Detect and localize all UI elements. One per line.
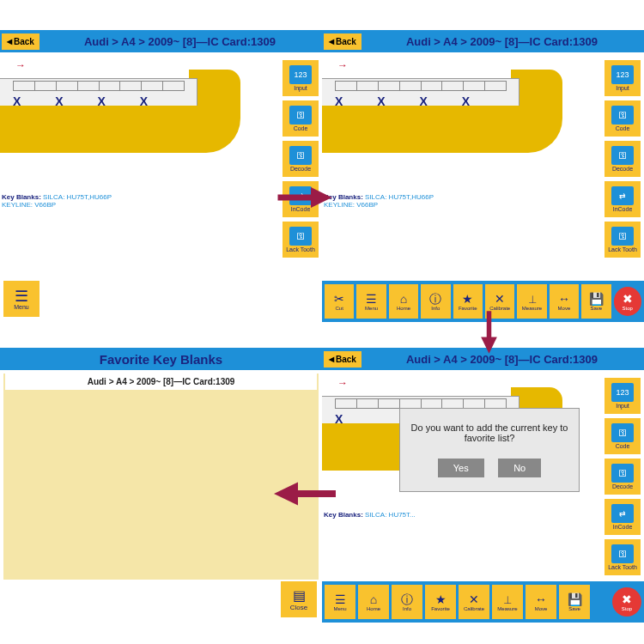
save-button[interactable]: 💾Save bbox=[581, 284, 611, 319]
input-button[interactable]: 123Input bbox=[605, 378, 641, 414]
list-item[interactable]: Audi > A4 > 2009~ [8]—IC Card:1309 bbox=[5, 374, 317, 390]
save-button[interactable]: 💾Save bbox=[559, 585, 590, 619]
input-button[interactable]: 123Input bbox=[283, 60, 319, 96]
page-title: Favorite Key Blanks bbox=[2, 352, 320, 367]
back-button[interactable]: Back bbox=[324, 351, 361, 368]
stop-button[interactable]: ✖Stop bbox=[612, 587, 641, 617]
yes-button[interactable]: Yes bbox=[438, 459, 484, 477]
no-button[interactable]: No bbox=[498, 459, 541, 477]
menu-button[interactable]: ☰Menu bbox=[3, 281, 39, 317]
lack-tooth-button[interactable]: ⚿Lack Tooth bbox=[283, 222, 319, 258]
info-button[interactable]: ⓘInfo bbox=[392, 585, 422, 619]
input-button[interactable]: 123Input bbox=[605, 60, 641, 96]
dialog-message: Do you want to add the current key to fa… bbox=[409, 422, 570, 443]
move-button[interactable]: ↔Move bbox=[550, 284, 579, 319]
lack-tooth-button[interactable]: ⚿Lack Tooth bbox=[605, 222, 641, 258]
header: Back Audi > A4 > 2009~ [8]—IC Card:1309 bbox=[322, 30, 644, 52]
decode-button[interactable]: ⚿Decode bbox=[283, 141, 319, 177]
close-button[interactable]: ▤Close bbox=[281, 581, 317, 617]
breadcrumb: Audi > A4 > 2009~ [8]—IC Card:1309 bbox=[361, 35, 642, 48]
lack-tooth-button[interactable]: ⚿Lack Tooth bbox=[605, 539, 641, 575]
home-button[interactable]: ⌂Home bbox=[358, 585, 389, 619]
header: Favorite Key Blanks bbox=[0, 348, 322, 370]
calibrate-button[interactable]: ✕Calibrate bbox=[459, 585, 489, 619]
home-button[interactable]: ⌂Home bbox=[389, 284, 418, 319]
measure-button[interactable]: ⟂Measure bbox=[492, 585, 523, 619]
code-button[interactable]: ⚿Code bbox=[605, 418, 641, 454]
back-button[interactable]: Back bbox=[2, 33, 39, 50]
decode-button[interactable]: ⚿Decode bbox=[605, 459, 641, 495]
back-button[interactable]: Back bbox=[324, 33, 361, 50]
decode-button[interactable]: ⚿Decode bbox=[605, 141, 641, 177]
confirm-dialog: Do you want to add the current key to fa… bbox=[399, 408, 580, 492]
flow-arrow-icon bbox=[469, 309, 507, 356]
menu-button[interactable]: ☰Menu bbox=[325, 585, 355, 619]
incode-button[interactable]: ⇄InCode bbox=[605, 181, 641, 217]
key-diagram: → X X X X X X X X bbox=[322, 59, 644, 171]
stop-button[interactable]: ✖Stop bbox=[614, 287, 641, 316]
favorite-button[interactable]: ★Favorite bbox=[425, 585, 456, 619]
key-blanks-info: Key Blanks: SILCA: HU75T,HU66P KEYLINE: … bbox=[2, 193, 112, 209]
key-diagram: → X X X X X X X X bbox=[0, 59, 322, 171]
measure-button[interactable]: ⟂Measure bbox=[517, 284, 546, 319]
flow-arrow-icon bbox=[266, 477, 343, 514]
key-blanks-info: Key Blanks: SILCA: HU75T,HU66P KEYLINE: … bbox=[324, 193, 434, 209]
cut-button[interactable]: ✂Cut bbox=[325, 284, 354, 319]
code-button[interactable]: ⚿Code bbox=[283, 100, 319, 137]
breadcrumb: Audi > A4 > 2009~ [8]—IC Card:1309 bbox=[39, 35, 320, 48]
flow-arrow-icon bbox=[275, 180, 335, 218]
header: Back Audi > A4 > 2009~ [8]—IC Card:1309 bbox=[0, 30, 322, 52]
code-button[interactable]: ⚿Code bbox=[605, 100, 641, 137]
info-button[interactable]: ⓘInfo bbox=[421, 284, 450, 319]
toolbar: ☰Menu ⌂Home ⓘInfo ★Favorite ✕Calibrate ⟂… bbox=[322, 581, 644, 623]
move-button[interactable]: ↔Move bbox=[526, 585, 556, 619]
menu-button[interactable]: ☰Menu bbox=[356, 284, 386, 319]
incode-button[interactable]: ⇄InCode bbox=[605, 499, 641, 535]
